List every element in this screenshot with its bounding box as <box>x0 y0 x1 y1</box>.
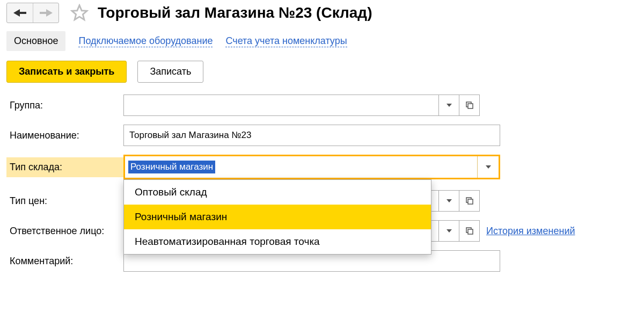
price-type-open-button[interactable] <box>459 190 480 212</box>
caret-down-icon <box>447 104 452 107</box>
responsible-open-button[interactable] <box>459 220 480 242</box>
type-dropdown-button[interactable] <box>477 156 499 178</box>
open-external-icon <box>465 227 474 235</box>
type-selected-value: Розничный магазин <box>128 161 215 173</box>
group-input[interactable] <box>123 95 439 116</box>
arrow-right-icon <box>46 9 53 17</box>
nav-buttons <box>6 3 59 23</box>
caret-down-icon <box>447 229 452 233</box>
name-input[interactable] <box>123 125 500 146</box>
open-external-icon <box>465 101 474 110</box>
label-comment: Комментарий: <box>6 251 123 271</box>
arrow-stem-icon <box>40 12 46 14</box>
group-open-button[interactable] <box>459 95 480 116</box>
label-responsible: Ответственное лицо: <box>6 221 123 241</box>
forward-button[interactable] <box>33 3 58 23</box>
caret-down-icon <box>447 199 452 202</box>
svg-rect-4 <box>468 199 473 204</box>
open-external-icon <box>465 197 474 205</box>
subnav-link-accounts[interactable]: Счета учета номенклатуры <box>225 35 347 47</box>
favorite-star-button[interactable] <box>69 2 90 24</box>
svg-rect-2 <box>468 104 473 108</box>
label-price-type: Тип цен: <box>6 191 123 211</box>
group-dropdown-button[interactable] <box>439 95 459 116</box>
type-option-retail[interactable]: Розничный магазин <box>124 205 431 229</box>
type-option-wholesale[interactable]: Оптовый склад <box>124 180 431 205</box>
history-link[interactable]: История изменений <box>486 226 575 237</box>
save-and-close-button[interactable]: Записать и закрыть <box>6 61 127 83</box>
svg-rect-6 <box>468 229 473 234</box>
page-title: Торговый зал Магазина №23 (Склад) <box>98 4 372 21</box>
header: Торговый зал Магазина №23 (Склад) <box>6 2 638 24</box>
back-button[interactable] <box>7 3 33 23</box>
row-group: Группа: <box>6 95 638 116</box>
caret-down-icon <box>486 165 491 169</box>
arrow-stem-icon <box>20 12 26 14</box>
price-type-dropdown-button[interactable] <box>439 190 459 212</box>
subnav-tab-main[interactable]: Основное <box>6 31 65 51</box>
label-type: Тип склада: <box>6 157 123 177</box>
label-group: Группа: <box>6 96 123 115</box>
star-icon <box>70 4 89 22</box>
type-dropdown-list: Оптовый склад Розничный магазин Неавтома… <box>123 179 431 255</box>
row-type: Тип склада: Розничный магазин Оптовый ск… <box>6 155 638 179</box>
arrow-left-icon <box>13 9 20 17</box>
label-name: Наименование: <box>6 126 123 146</box>
subnav: Основное Подключаемое оборудование Счета… <box>6 31 638 51</box>
row-name: Наименование: <box>6 125 638 146</box>
svg-marker-0 <box>72 5 87 20</box>
responsible-dropdown-button[interactable] <box>439 220 459 242</box>
toolbar: Записать и закрыть Записать <box>6 61 638 83</box>
subnav-link-equipment[interactable]: Подключаемое оборудование <box>78 35 213 47</box>
save-button[interactable]: Записать <box>137 61 203 83</box>
type-select[interactable]: Розничный магазин <box>123 155 500 179</box>
type-option-nonauto[interactable]: Неавтоматизированная торговая точка <box>124 229 431 254</box>
